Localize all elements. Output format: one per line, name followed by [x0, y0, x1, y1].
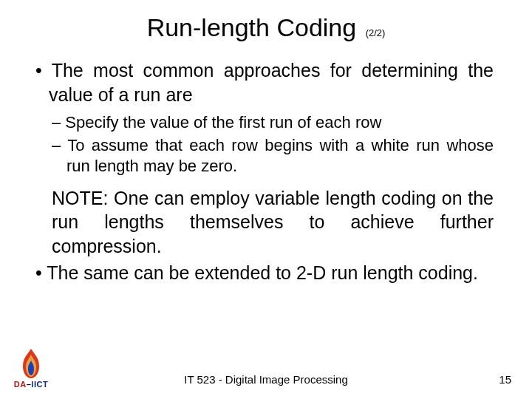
sub-bullet-2: – To assume that each row begins with a … [52, 135, 494, 177]
sub-bullet-1: – Specify the value of the first run of … [52, 112, 494, 134]
extend-bullet: • The same can be extended to 2-D run le… [35, 261, 494, 285]
logo-text-iict: IICT [31, 380, 48, 389]
flame-icon [14, 347, 48, 380]
slide-title: Run-length Coding [147, 13, 357, 41]
footer-course: IT 523 - Digital Image Processing [0, 373, 532, 386]
footer-page-number: 15 [499, 373, 511, 386]
title-row: Run-length Coding (2/2) [30, 13, 502, 42]
note-text: NOTE: One can employ variable length cod… [52, 186, 494, 259]
logo-text-da: DA [14, 380, 27, 389]
slide-page-indicator: (2/2) [366, 27, 386, 38]
institution-logo: DA–IICT [4, 347, 58, 389]
intro-bullet: • The most common approaches for determi… [35, 58, 494, 106]
slide-container: Run-length Coding (2/2) • The most commo… [0, 0, 532, 399]
logo-text: DA–IICT [4, 380, 58, 389]
